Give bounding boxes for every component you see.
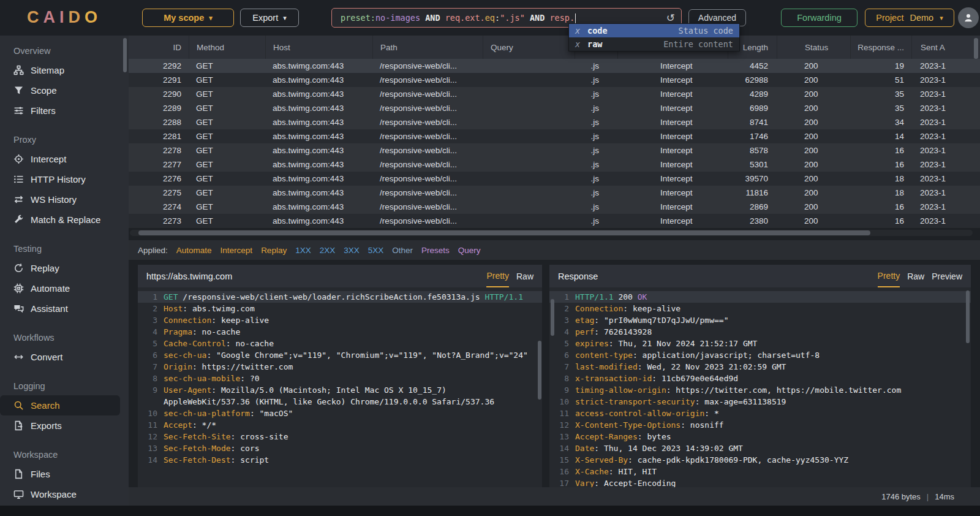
filter-chip-3xx[interactable]: 3XX xyxy=(344,246,360,255)
table-hscroll-thumb[interactable] xyxy=(138,230,870,235)
sidebar-item-exports[interactable]: Exports xyxy=(0,415,129,436)
sidebar-item-files[interactable]: Files xyxy=(0,464,129,484)
table-vscroll-thumb[interactable] xyxy=(974,38,978,59)
filter-chip-presets[interactable]: Presets xyxy=(421,246,450,255)
column-header[interactable]: Method xyxy=(189,36,265,59)
table-row[interactable]: 2275GETabs.twimg.com:443/responsive-web/… xyxy=(129,186,980,200)
export-dropdown[interactable]: Export ▾ xyxy=(240,9,299,27)
tab-pretty[interactable]: Pretty xyxy=(878,265,900,287)
sidebar-item-workspace[interactable]: Workspace xyxy=(0,484,129,504)
chevron-down-icon: ▾ xyxy=(940,15,943,21)
sidebar-item-scope[interactable]: Scope xyxy=(0,80,129,101)
request-editor[interactable]: 1GET /responsive-web/client-web/loader.r… xyxy=(138,287,542,466)
column-header[interactable]: Status xyxy=(777,36,850,59)
sidebar-item-convert[interactable]: Convert xyxy=(0,347,129,367)
sidebar-item-search[interactable]: Search xyxy=(0,395,120,415)
table-row[interactable]: 2292GETabs.twimg.com:443/responsive-web/… xyxy=(129,59,980,73)
line-number: 5 xyxy=(549,338,575,349)
table-cell xyxy=(483,73,575,87)
table-row[interactable]: 2289GETabs.twimg.com:443/responsive-web/… xyxy=(129,101,980,115)
table-cell: .js xyxy=(575,115,617,129)
table-row[interactable]: 2273GETabs.twimg.com:443/responsive-web/… xyxy=(129,214,980,228)
code-content: x-transaction-id: 11cb679e0e64ed9d xyxy=(575,373,971,384)
code-line: 11access-control-allow-origin: * xyxy=(549,408,971,419)
code-content: sec-ch-ua: "Google Chrome";v="119", "Chr… xyxy=(164,349,542,361)
sidebar-item-match-replace[interactable]: Match & Replace xyxy=(0,210,129,230)
response-scrollbar-thumb[interactable] xyxy=(966,290,970,343)
table-cell: GET xyxy=(189,214,265,228)
table-cell: GET xyxy=(189,59,265,73)
sidebar-item-assistant[interactable]: Assistant xyxy=(0,298,129,319)
column-header[interactable]: Host xyxy=(265,36,372,59)
table-cell: .js xyxy=(575,143,617,157)
filter-chip-intercept[interactable]: Intercept xyxy=(221,246,253,255)
table-row[interactable]: 2277GETabs.twimg.com:443/responsive-web/… xyxy=(129,157,980,172)
sidebar-scrollbar[interactable] xyxy=(123,38,127,72)
table-cell: Intercept xyxy=(617,214,728,228)
autocomplete-option-code[interactable]: xcodeStatus code xyxy=(569,24,739,37)
table-cell: abs.twimg.com:443 xyxy=(265,101,372,115)
code-line: 4Pragma: no-cache xyxy=(138,326,542,338)
table-cell: 2276 xyxy=(129,172,189,186)
sidebar-item-automate[interactable]: Automate xyxy=(0,278,129,298)
table-row[interactable]: 2276GETabs.twimg.com:443/responsive-web/… xyxy=(129,172,980,186)
column-header[interactable]: ID xyxy=(129,36,189,59)
code-content: Connection: keep-alive xyxy=(164,314,542,326)
tab-pretty[interactable]: Pretty xyxy=(486,265,509,287)
filter-chip-other[interactable]: Other xyxy=(392,246,413,255)
search-query[interactable]: preset:no-images AND req.ext.eq:".js" AN… xyxy=(341,13,663,23)
table-cell: GET xyxy=(189,129,265,143)
column-header[interactable]: Query xyxy=(483,36,575,59)
sidebar-item-intercept[interactable]: Intercept xyxy=(0,149,129,169)
refresh-query-icon[interactable]: ↺ xyxy=(666,12,675,25)
filter-chip-2xx[interactable]: 2XX xyxy=(320,246,336,255)
sidebar-item-ws-history[interactable]: WS History xyxy=(0,189,129,210)
table-cell: 8741 xyxy=(728,115,777,129)
column-header[interactable]: Response ... xyxy=(850,36,911,59)
user-avatar[interactable] xyxy=(958,7,979,28)
sidebar-item-http-history[interactable]: HTTP History xyxy=(0,169,129,189)
table-cell: 35 xyxy=(850,101,911,115)
column-header[interactable]: Sent A xyxy=(911,36,971,59)
table-cell: 2023-1 xyxy=(911,59,971,73)
filter-chip-automate[interactable]: Automate xyxy=(176,246,212,255)
table-row[interactable]: 2290GETabs.twimg.com:443/responsive-web/… xyxy=(129,87,980,101)
table-row[interactable]: 2278GETabs.twimg.com:443/responsive-web/… xyxy=(129,143,980,157)
tab-raw[interactable]: Raw xyxy=(907,265,924,287)
project-dropdown[interactable]: Project Demo ▾ xyxy=(865,9,954,27)
table-cell: Intercept xyxy=(617,143,728,157)
table-cell: /responsive-web/cli... xyxy=(372,186,483,200)
request-scrollbar-thumb[interactable] xyxy=(538,341,541,400)
autocomplete-option-raw[interactable]: xrawEntire content xyxy=(569,37,739,51)
sidebar-item-filters[interactable]: Filters xyxy=(0,101,129,121)
table-cell: .js xyxy=(575,73,617,87)
filter-chip-replay[interactable]: Replay xyxy=(261,246,287,255)
response-left-scrollbar-thumb[interactable] xyxy=(551,299,554,336)
table-hscroll-track[interactable] xyxy=(130,230,973,236)
response-editor[interactable]: 1HTTP/1.1 200 OK2Connection: keep-alive3… xyxy=(549,287,971,487)
table-cell: 2023-1 xyxy=(911,143,971,157)
sidebar-section-label: Workspace xyxy=(0,446,129,464)
sidebar-item-sitemap[interactable]: Sitemap xyxy=(0,60,129,80)
table-row[interactable]: 2274GETabs.twimg.com:443/responsive-web/… xyxy=(129,200,980,214)
sitemap-icon xyxy=(13,65,24,75)
table-row[interactable]: 2288GETabs.twimg.com:443/responsive-web/… xyxy=(129,115,980,129)
sidebar-item-label: Automate xyxy=(31,283,70,294)
line-number: 11 xyxy=(549,408,575,419)
my-scope-dropdown[interactable]: My scope ▾ xyxy=(142,9,234,27)
line-number: 10 xyxy=(138,408,164,419)
filter-chip-1xx[interactable]: 1XX xyxy=(295,246,311,255)
table-cell: 2023-1 xyxy=(911,73,971,87)
tab-preview[interactable]: Preview xyxy=(932,265,962,287)
column-header[interactable]: Path xyxy=(372,36,483,59)
tab-raw[interactable]: Raw xyxy=(516,265,533,287)
table-row[interactable]: 2291GETabs.twimg.com:443/responsive-web/… xyxy=(129,73,980,87)
table-row[interactable]: 2281GETabs.twimg.com:443/responsive-web/… xyxy=(129,129,980,143)
table-cell: 6989 xyxy=(728,101,777,115)
table-cell: 200 xyxy=(777,87,850,101)
sidebar-item-replay[interactable]: Replay xyxy=(0,258,129,278)
filter-chip-query[interactable]: Query xyxy=(458,246,481,255)
filter-chip-5xx[interactable]: 5XX xyxy=(368,246,384,255)
forwarding-button[interactable]: Forwarding xyxy=(781,9,858,27)
line-number: 15 xyxy=(549,454,575,466)
